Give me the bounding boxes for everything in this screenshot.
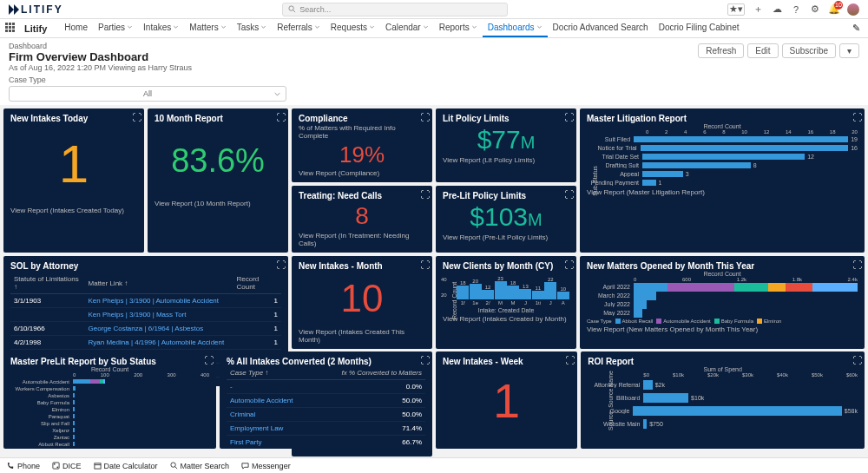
svg-line-1 (293, 10, 296, 12)
edit-page-icon[interactable]: ✎ (849, 22, 863, 36)
bar-row: March 2022 (587, 292, 858, 299)
svg-point-4 (56, 466, 58, 468)
col-header[interactable]: Statute of Limitations ↑ (10, 273, 85, 294)
col-header[interactable]: Record Count (233, 273, 281, 294)
expand-icon[interactable]: ⛶ (132, 112, 141, 121)
nav-docrio-filing-cabinet[interactable]: Docrio Filing Cabinet (654, 19, 745, 37)
cloud-icon[interactable]: ☁ (771, 3, 783, 16)
nav-requests[interactable]: Requests (326, 19, 380, 37)
expand-icon[interactable]: ⛶ (564, 189, 573, 198)
view-report-link[interactable]: View Report (Master Litigation Report) (587, 188, 858, 196)
expand-icon[interactable]: ⛶ (276, 112, 285, 121)
chevron-down-icon (260, 24, 266, 30)
subscribe-button[interactable]: Subscribe (782, 43, 836, 58)
y-axis-label: Source: Source Name (608, 371, 614, 430)
expand-icon[interactable]: ⛶ (276, 259, 285, 268)
matter-link[interactable]: Ryan Medina | 4/1996 | Automobile Accide… (89, 338, 225, 346)
bar-row: Baby Formula (10, 399, 209, 405)
case-type-link[interactable]: Criminal (230, 411, 255, 418)
view-report-link[interactable]: View Report (Intakes Created by Month) (443, 315, 569, 323)
case-type-link[interactable]: First Party (230, 438, 261, 446)
matter-link[interactable]: George Costanza | 6/1964 | Asbestos (89, 325, 204, 332)
expand-icon[interactable]: ⛶ (420, 189, 429, 198)
col-header[interactable]: Case Type ↑ (227, 366, 316, 380)
card-subtitle: % of Matters with Required Info Complete (299, 124, 425, 140)
card-title: Lit Policy Limits (443, 114, 569, 123)
case-type-link[interactable]: - (230, 383, 233, 391)
search-icon (288, 5, 296, 13)
card-title: New Matters Opened by Month This Year (587, 261, 858, 271)
expand-icon[interactable]: ⛶ (852, 259, 861, 268)
bar-row: Suit Filed19 (587, 135, 858, 143)
case-type-dropdown[interactable]: All (9, 86, 286, 102)
col-header[interactable]: fx % Converted to Matters (316, 366, 425, 380)
legend-item: Baby Formula (714, 319, 753, 324)
avatar[interactable] (847, 3, 859, 16)
axis-label: Record Count (10, 366, 209, 372)
gear-icon[interactable]: ⚙ (809, 3, 821, 16)
expand-icon[interactable]: ⛶ (565, 355, 574, 364)
add-icon[interactable]: ＋ (752, 3, 764, 16)
search-input[interactable]: Search... (282, 3, 508, 16)
view-report-link[interactable]: View Report (Intakes Created This Month) (299, 328, 425, 344)
calendar-icon (94, 462, 102, 470)
chevron-down-icon (274, 91, 280, 97)
app-launcher-icon[interactable] (5, 23, 17, 35)
edit-button[interactable]: Edit (747, 43, 778, 58)
nav-tasks[interactable]: Tasks (232, 19, 273, 37)
footer-messenger[interactable]: Messenger (241, 462, 291, 470)
expand-icon[interactable]: ⛶ (852, 355, 861, 364)
expand-icon[interactable]: ⛶ (564, 112, 573, 121)
chevron-down-icon (423, 24, 429, 30)
nav-referrals[interactable]: Referrals (272, 19, 326, 37)
view-report-link[interactable]: View Report (Pre-Lit Policy Limits) (443, 233, 569, 241)
matter-link[interactable]: Ken Phelps | 3/1900 | Automobile Acciden… (89, 297, 219, 305)
favorite-icon[interactable]: ★▾ (727, 3, 745, 16)
app-logo: LITIFY (9, 3, 63, 16)
nav-dashboards[interactable]: Dashboards (483, 19, 548, 37)
footer-matter[interactable]: Matter Search (170, 462, 230, 470)
nav-parties[interactable]: Parties (93, 19, 138, 37)
view-report-link[interactable]: View Report (10 Month Report) (155, 200, 281, 207)
chevron-down-icon (536, 24, 542, 30)
view-report-link[interactable]: View Report (New Matters Opened by Month… (587, 325, 858, 333)
footer-dice[interactable]: DICE (52, 462, 82, 470)
expand-icon[interactable]: ⛶ (852, 112, 861, 121)
expand-icon[interactable]: ⛶ (420, 355, 429, 364)
svg-line-8 (174, 466, 177, 469)
bar-row: Attorney Referral$2k (588, 378, 858, 391)
col-header[interactable]: Matter Link ↑ (85, 273, 233, 294)
nav-docrio-advanced-search[interactable]: Docrio Advanced Search (548, 19, 654, 37)
nav-calendar[interactable]: Calendar (380, 19, 434, 37)
more-button[interactable]: ▾ (839, 43, 859, 58)
nav-reports[interactable]: Reports (434, 19, 483, 37)
bar-row: Notice for Trial16 (587, 144, 858, 152)
bar-row: Billboard$10k (588, 391, 858, 404)
expand-icon[interactable]: ⛶ (564, 259, 573, 268)
footer-date[interactable]: Date Calculator (94, 462, 158, 470)
case-type-link[interactable]: Automobile Accident (230, 397, 293, 404)
matter-link[interactable]: Ken Phelps | 3/1900 | Mass Tort (89, 311, 187, 319)
help-icon[interactable]: ? (790, 3, 802, 16)
bar-row: Automobile Accident (10, 378, 209, 384)
bar: 10A (557, 286, 569, 305)
view-report-link[interactable]: View Report (Compliance) (299, 169, 425, 177)
bar-row: Google$58k (588, 404, 858, 417)
nav-home[interactable]: Home (59, 19, 93, 37)
view-report-link[interactable]: View Report (Intakes Created Today) (10, 207, 137, 214)
view-report-link[interactable]: View Report (Lit Policy Limits) (443, 156, 569, 164)
card-title: New Clients by Month (CY) (443, 261, 569, 271)
nav-matters[interactable]: Matters (184, 19, 231, 37)
view-report-link[interactable]: View Report (In Treatment: Needing Calls… (299, 232, 425, 247)
bell-icon[interactable]: 🔔10 (828, 3, 840, 16)
nav-intakes[interactable]: Intakes (138, 19, 184, 37)
bar: 18M (507, 280, 519, 305)
card-title: 10 Month Report (155, 114, 281, 123)
footer-phone[interactable]: Phone (7, 462, 40, 470)
metric-value: 19% (299, 140, 425, 168)
refresh-button[interactable]: Refresh (698, 43, 744, 58)
case-type-link[interactable]: Employment Law (230, 424, 283, 432)
expand-icon[interactable]: ⛶ (204, 355, 213, 364)
expand-icon[interactable]: ⛶ (420, 259, 429, 268)
expand-icon[interactable]: ⛶ (420, 112, 429, 121)
